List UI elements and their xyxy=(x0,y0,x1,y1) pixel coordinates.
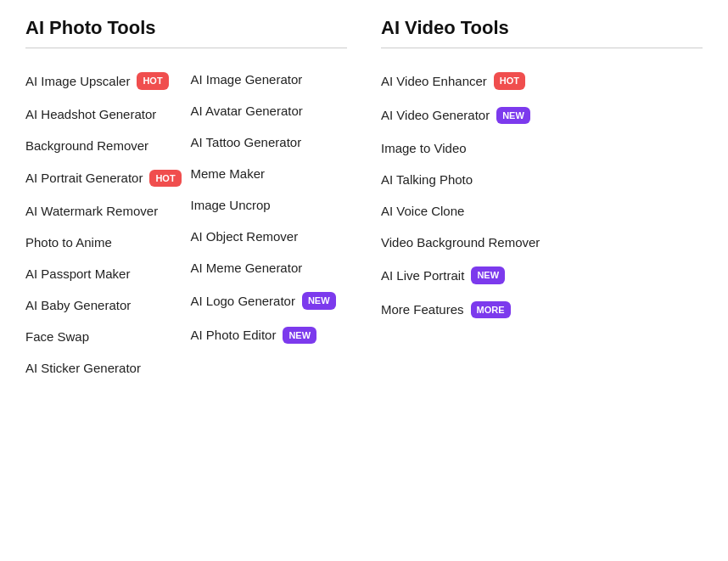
tool-label: AI Video Generator xyxy=(381,108,490,122)
tool-item[interactable]: AI Watermark Remover xyxy=(25,195,182,227)
tool-label: AI Talking Photo xyxy=(381,172,473,187)
tool-item[interactable]: Background Remover xyxy=(25,130,182,161)
badge-hot: HOT xyxy=(494,72,525,90)
photo-col2: AI Image GeneratorAI Avatar GeneratorAI … xyxy=(191,64,348,384)
tool-item[interactable]: AI Photo EditorNEW xyxy=(191,318,348,353)
tool-label: Image Uncrop xyxy=(191,198,271,212)
tool-label: AI Image Upscaler xyxy=(25,74,130,88)
badge-new: NEW xyxy=(496,107,530,125)
photo-tools-section: AI Photo Tools AI Image UpscalerHOTAI He… xyxy=(25,17,347,384)
tool-label: More Features xyxy=(381,302,464,317)
tool-label: Background Remover xyxy=(25,138,148,153)
tool-label: AI Watermark Remover xyxy=(25,204,158,218)
badge-new: NEW xyxy=(302,292,336,310)
tool-label: AI Avatar Generator xyxy=(191,104,303,118)
video-col1: AI Video EnhancerHOTAI Video GeneratorNE… xyxy=(381,64,703,327)
tool-item[interactable]: AI Sticker Generator xyxy=(25,352,182,384)
tool-item[interactable]: AI Avatar Generator xyxy=(191,95,348,126)
badge-more: MORE xyxy=(471,301,511,319)
tool-label: AI Baby Generator xyxy=(25,298,131,312)
badge-hot: HOT xyxy=(149,170,181,188)
tool-label: AI Tattoo Generator xyxy=(191,135,302,149)
tool-item[interactable]: AI Baby Generator xyxy=(25,289,182,321)
tool-item[interactable]: AI Meme Generator xyxy=(191,252,348,283)
tool-item[interactable]: Photo to Anime xyxy=(25,227,182,258)
tool-item[interactable]: AI Image UpscalerHOT xyxy=(25,64,182,98)
tool-item[interactable]: AI Tattoo Generator xyxy=(191,126,348,158)
tool-item[interactable]: AI Headshot Generator xyxy=(25,98,182,130)
tool-item[interactable]: More FeaturesMORE xyxy=(381,293,703,328)
tool-item[interactable]: Meme Maker xyxy=(191,158,348,189)
photo-tools-title: AI Photo Tools xyxy=(25,17,347,39)
tool-item[interactable]: AI Image Generator xyxy=(191,64,348,95)
badge-hot: HOT xyxy=(137,72,168,90)
tool-label: AI Voice Clone xyxy=(381,204,464,218)
video-tools-section: AI Video Tools AI Video EnhancerHOTAI Vi… xyxy=(381,17,703,384)
tool-item[interactable]: Face Swap xyxy=(25,321,182,352)
tool-label: AI Photo Editor xyxy=(191,328,277,342)
tool-item[interactable]: AI Live PortraitNEW xyxy=(381,258,703,293)
badge-new: NEW xyxy=(471,266,505,284)
tool-label: AI Live Portrait xyxy=(381,268,464,283)
tool-label: Photo to Anime xyxy=(25,235,112,250)
tool-label: Face Swap xyxy=(25,329,89,344)
tool-label: AI Portrait Generator xyxy=(25,171,143,185)
badge-new: NEW xyxy=(283,327,316,345)
tool-label: Meme Maker xyxy=(191,166,266,181)
tool-item[interactable]: AI Video GeneratorNEW xyxy=(381,98,703,133)
tool-item[interactable]: AI Talking Photo xyxy=(381,164,703,195)
video-tools-title: AI Video Tools xyxy=(381,17,703,39)
tool-label: Image to Video xyxy=(381,141,467,155)
tool-label: AI Image Generator xyxy=(191,72,303,87)
tool-item[interactable]: Image Uncrop xyxy=(191,189,348,221)
tool-item[interactable]: Image to Video xyxy=(381,132,703,164)
photo-tools-divider xyxy=(25,48,347,48)
tool-label: AI Headshot Generator xyxy=(25,107,156,121)
video-tools-divider xyxy=(381,48,703,48)
photo-tools-columns: AI Image UpscalerHOTAI Headshot Generato… xyxy=(25,64,347,384)
tool-label: AI Video Enhancer xyxy=(381,74,487,88)
main-grid: AI Photo Tools AI Image UpscalerHOTAI He… xyxy=(25,17,703,384)
tool-label: AI Sticker Generator xyxy=(25,361,141,375)
tool-item[interactable]: Video Background Remover xyxy=(381,227,703,258)
tool-label: Video Background Remover xyxy=(381,235,540,250)
tool-item[interactable]: AI Passport Maker xyxy=(25,258,182,289)
tool-label: AI Logo Generator xyxy=(191,294,295,308)
tool-item[interactable]: AI Portrait GeneratorHOT xyxy=(25,161,182,196)
tool-item[interactable]: AI Voice Clone xyxy=(381,195,703,227)
tool-item[interactable]: AI Logo GeneratorNEW xyxy=(191,283,348,318)
tool-label: AI Object Remover xyxy=(191,229,299,244)
tool-item[interactable]: AI Video EnhancerHOT xyxy=(381,64,703,98)
tool-label: AI Meme Generator xyxy=(191,261,303,275)
tool-label: AI Passport Maker xyxy=(25,266,130,281)
tool-item[interactable]: AI Object Remover xyxy=(191,221,348,252)
photo-col1: AI Image UpscalerHOTAI Headshot Generato… xyxy=(25,64,182,384)
